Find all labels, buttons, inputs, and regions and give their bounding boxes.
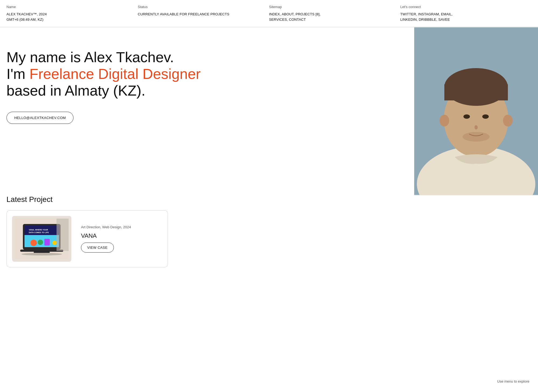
svg-point-6 (463, 114, 470, 119)
svg-rect-24 (34, 252, 50, 253)
svg-point-25 (22, 253, 62, 256)
sitemap-label: Sitemap (269, 5, 395, 9)
status-label: Status (138, 5, 264, 9)
hero-headline: My name is Alex Tkachev. I'm Freelance D… (6, 49, 211, 99)
connect-label: Let's connect (400, 5, 526, 9)
svg-point-22 (52, 241, 57, 245)
sitemap-contact[interactable]: CONTACT (289, 18, 306, 22)
instagram-link[interactable]: INSTAGRAM (418, 12, 439, 16)
sitemap-services[interactable]: SERVICES (269, 18, 287, 22)
project-tags: Art Direction, Web Design, 2024 (81, 225, 131, 229)
project-name: VANA (81, 232, 131, 239)
savee-link[interactable]: SAVEE (438, 18, 450, 22)
portrait-svg (414, 27, 538, 195)
sitemap-about[interactable]: ABOUT (282, 12, 294, 16)
svg-point-7 (482, 114, 489, 119)
svg-point-10 (439, 115, 449, 127)
svg-point-19 (30, 240, 37, 246)
svg-rect-5 (444, 84, 508, 100)
hero-photo (414, 27, 538, 195)
svg-point-8 (474, 125, 478, 130)
site-header: Name ALEX TKACHEV™, 2024 GMT+6 (08:49 AM… (0, 0, 538, 27)
linkedin-link[interactable]: LINKEDIN (400, 18, 417, 22)
view-case-button[interactable]: VIEW CASE (81, 243, 114, 253)
twitter-link[interactable]: TWITTER (400, 12, 416, 16)
svg-rect-26 (57, 219, 69, 251)
menu-hint: Use menu to explore (497, 379, 529, 383)
latest-title: Latest Project (6, 195, 532, 204)
header-sitemap-col: Sitemap INDEX, ABOUT, PROJECTS [8], SERV… (269, 5, 400, 22)
email-link[interactable]: EMAIL (441, 12, 452, 16)
project-thumbnail: VANA, WHERE YOUR DATA COMES TO LIFE (12, 216, 71, 262)
name-value: ALEX TKACHEV™, 2024 GMT+6 (08:49 AM, KZ) (6, 12, 132, 22)
connect-links[interactable]: TWITTER, INSTAGRAM, EMAIL, LINKEDIN, DRI… (400, 12, 526, 22)
sitemap-links[interactable]: INDEX, ABOUT, PROJECTS [8], SERVICES, CO… (269, 12, 395, 22)
project-info: Art Direction, Web Design, 2024 VANA VIE… (81, 225, 131, 253)
name-label: Name (6, 5, 132, 9)
sitemap-index[interactable]: INDEX (269, 12, 280, 16)
svg-rect-21 (44, 239, 50, 246)
project-card[interactable]: VANA, WHERE YOUR DATA COMES TO LIFE (6, 210, 168, 267)
svg-text:DATA COMES TO LIFE: DATA COMES TO LIFE (29, 232, 49, 233)
svg-point-11 (503, 115, 513, 127)
sitemap-projects[interactable]: PROJECTS [8] (296, 12, 319, 16)
header-connect-col: Let's connect TWITTER, INSTAGRAM, EMAIL,… (400, 5, 532, 22)
svg-point-9 (463, 132, 490, 142)
svg-point-20 (38, 240, 43, 245)
svg-text:VANA, WHERE YOUR: VANA, WHERE YOUR (29, 229, 48, 231)
hero-left: My name is Alex Tkachev. I'm Freelance D… (0, 27, 414, 195)
header-status-col: Status CURRENTLY AVAILABLE FOR FREELANCE… (138, 5, 269, 22)
status-value: CURRENTLY AVAILABLE FOR FREELANCE PROJEC… (138, 12, 264, 17)
project-thumbnail-svg: VANA, WHERE YOUR DATA COMES TO LIFE (15, 219, 69, 259)
header-name-col: Name ALEX TKACHEV™, 2024 GMT+6 (08:49 AM… (6, 5, 138, 22)
email-button[interactable]: HELLO@ALEXTKACHEV.COM (6, 112, 73, 124)
latest-row: Latest Project VANA, WHERE YOUR (0, 195, 538, 289)
hero-row: My name is Alex Tkachev. I'm Freelance D… (0, 27, 538, 195)
dribbble-link[interactable]: DRIBBBLE (419, 18, 436, 22)
content-wrapper: My name is Alex Tkachev. I'm Freelance D… (0, 27, 538, 289)
